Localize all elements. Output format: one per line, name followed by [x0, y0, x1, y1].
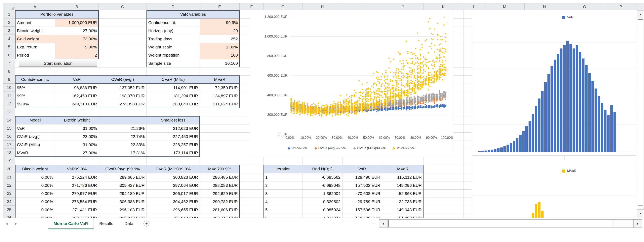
iteration-table-cell-2-2[interactable]: -70,608 EUR: [342, 189, 382, 198]
portfolio-variables-label-4[interactable]: Period: [15, 51, 55, 59]
weights-table-header-0[interactable]: Bitcoin weight: [15, 165, 55, 173]
column-header-J[interactable]: J: [382, 3, 424, 10]
column-header-B[interactable]: B: [55, 3, 99, 10]
portfolio-variables-value-2[interactable]: 73.00%: [55, 35, 99, 43]
iteration-table-header-0[interactable]: Iteration: [264, 165, 302, 173]
model-table-cell-3-2[interactable]: 17.31%: [99, 149, 146, 157]
weights-table-cell-3-2[interactable]: 306,388 EUR: [99, 198, 146, 206]
var-variables-value-0[interactable]: 99.9%: [200, 18, 240, 27]
weights-table-cell-4-3[interactable]: 296,655 EUR: [146, 206, 200, 214]
column-header-N[interactable]: N: [524, 3, 564, 10]
weights-table-cell-3-0[interactable]: 0.00%: [15, 198, 55, 206]
var-variables-label-3[interactable]: Weight scale: [146, 43, 200, 51]
sheet-tab-results[interactable]: Results: [94, 218, 119, 229]
iteration-table-header-2[interactable]: VaR: [342, 165, 382, 173]
model-table-header-1[interactable]: Bitcoin weight: [55, 116, 99, 124]
weights-table-cell-0-2[interactable]: 289,665 EUR: [99, 173, 146, 181]
scroll-right-icon[interactable]: ▶: [634, 220, 642, 228]
model-table-cell-3-3[interactable]: 173,114 EUR: [146, 149, 200, 157]
model-table-cell-2-3[interactable]: 228,257 EUR: [146, 140, 200, 149]
column-header-O[interactable]: O: [564, 3, 605, 10]
scroll-left-icon[interactable]: ◀: [379, 220, 388, 228]
row-header-15[interactable]: 15: [3, 124, 15, 132]
var-variables-value-3[interactable]: 1.00%: [200, 43, 240, 51]
weights-table-cell-3-3[interactable]: 304,462 EUR: [146, 198, 200, 206]
row-header-9[interactable]: 9: [3, 75, 15, 84]
weights-table-header-4[interactable]: MVaR99.9%: [200, 165, 240, 173]
weights-table-header-1[interactable]: VaR99.9%: [55, 165, 99, 173]
confidence-table-header-0[interactable]: Confidence int.: [15, 75, 55, 84]
confidence-table-cell-1-1[interactable]: 162,450 EUR: [55, 92, 99, 100]
mvar-histogram-chart[interactable]: MVaR: [472, 160, 636, 218]
iteration-table-cell-1-2[interactable]: 157,902 EUR: [342, 181, 382, 189]
model-table-cell-1-2[interactable]: 22.74%: [99, 132, 146, 140]
row-header-25[interactable]: 25: [3, 206, 15, 214]
weights-table-cell-5-0[interactable]: 0.00%: [15, 214, 55, 218]
confidence-table-cell-2-1[interactable]: 249,310 EUR: [55, 100, 99, 108]
weights-table-cell-1-4[interactable]: 282,083 EUR: [200, 181, 240, 189]
row-header-4[interactable]: 4: [3, 35, 15, 43]
weights-table-cell-1-1[interactable]: 271,786 EUR: [55, 181, 99, 189]
sheet-nav-prev-icon[interactable]: ◀: [6, 218, 8, 229]
portfolio-variables-value-1[interactable]: 27.00%: [55, 27, 99, 35]
iteration-table-cell-2-0[interactable]: 3: [264, 189, 302, 198]
var-variables-value-4[interactable]: 100: [200, 51, 240, 59]
weights-scatter-chart[interactable]: 0 EUR200,000 EUR400,000 EUR600,000 EUR80…: [250, 9, 453, 157]
weights-table-cell-2-2[interactable]: 294,189 EUR: [99, 189, 146, 198]
confidence-table-header-1[interactable]: VaR: [55, 75, 99, 84]
row-header-10[interactable]: 10: [3, 84, 15, 92]
weights-table-cell-4-2[interactable]: 296,103 EUR: [99, 206, 146, 214]
weights-table-cell-3-4[interactable]: 290,782 EUR: [200, 198, 240, 206]
column-header-C[interactable]: C: [99, 3, 146, 10]
row-header-6[interactable]: 6: [3, 51, 15, 59]
weights-table-header-3[interactable]: CVaR (Mills)99.9%: [146, 165, 200, 173]
scatter-legend-item-3[interactable]: MVaR99.9%: [393, 146, 415, 150]
portfolio-variables-value-4[interactable]: 2: [55, 51, 99, 59]
column-header-G[interactable]: G: [264, 3, 302, 10]
column-header-F[interactable]: F: [240, 3, 264, 10]
weights-table-cell-1-2[interactable]: 309,427 EUR: [99, 181, 146, 189]
portfolio-variables-label-0[interactable]: Amount: [15, 18, 55, 27]
iteration-table-cell-4-1[interactable]: -0.985924: [302, 206, 342, 214]
row-header-17[interactable]: 17: [3, 140, 15, 149]
portfolio-variables-label-3[interactable]: Exp. return: [15, 43, 55, 51]
column-header-I[interactable]: I: [342, 3, 382, 10]
confidence-table-cell-0-4[interactable]: 72,350 EUR: [200, 84, 240, 92]
weights-table-header-2[interactable]: CVaR (avg.)99.9%: [99, 165, 146, 173]
var-variables-label-4[interactable]: Weight repetition: [146, 51, 200, 59]
var-variables-label-5[interactable]: Sample size: [146, 59, 200, 67]
horizontal-scrollbar[interactable]: ◀ ▶: [379, 219, 642, 228]
confidence-table-cell-1-3[interactable]: 181,294 EUR: [146, 92, 200, 100]
row-header-20[interactable]: 20: [3, 165, 15, 173]
model-table-cell-2-0[interactable]: CVaR (Mills): [15, 140, 55, 149]
column-header-A[interactable]: A: [15, 3, 55, 10]
var-variables-value-2[interactable]: 252: [200, 35, 240, 43]
column-header-M[interactable]: M: [485, 3, 524, 10]
iteration-table-cell-5-3[interactable]: 151,402 EUR: [382, 214, 424, 218]
iteration-table-cell-3-1[interactable]: 0.329502: [302, 198, 342, 206]
sheet-nav-next-icon[interactable]: ▶: [15, 218, 17, 229]
model-table-cell-1-1[interactable]: 23.00%: [55, 132, 99, 140]
weights-table-cell-4-0[interactable]: 0.00%: [15, 206, 55, 214]
row-header-3[interactable]: 3: [3, 27, 15, 35]
column-header-E[interactable]: E: [200, 3, 240, 10]
horizontal-scroll-thumb[interactable]: [388, 220, 613, 227]
weights-table-cell-0-3[interactable]: 300,823 EUR: [146, 173, 200, 181]
row-header-14[interactable]: 14: [3, 116, 15, 124]
row-header-24[interactable]: 24: [3, 198, 15, 206]
confidence-table-header-3[interactable]: CVaR (Mills): [146, 75, 200, 84]
var-variables-value-1[interactable]: 20: [200, 27, 240, 35]
column-header-P[interactable]: P: [605, 3, 637, 10]
portfolio-variables-title[interactable]: Portfolio variables: [15, 10, 99, 18]
iteration-table-cell-4-2[interactable]: 157,696 EUR: [342, 206, 382, 214]
confidence-table-header-2[interactable]: CVaR (avg.): [99, 75, 146, 84]
iteration-table-cell-5-0[interactable]: 6: [264, 214, 302, 218]
model-table-cell-3-1[interactable]: 27.00%: [55, 149, 99, 157]
iteration-table-cell-0-0[interactable]: 1: [264, 173, 302, 181]
row-header-5[interactable]: 5: [3, 43, 15, 51]
iteration-table-cell-3-2[interactable]: 29,789 EUR: [342, 198, 382, 206]
iteration-table-cell-1-1[interactable]: -0.988048: [302, 181, 342, 189]
var-variables-label-1[interactable]: Horizon (day): [146, 27, 200, 35]
vertical-scrollbar[interactable]: ▲ ▼: [637, 10, 644, 217]
weights-table-cell-2-4[interactable]: 292,629 EUR: [200, 189, 240, 198]
